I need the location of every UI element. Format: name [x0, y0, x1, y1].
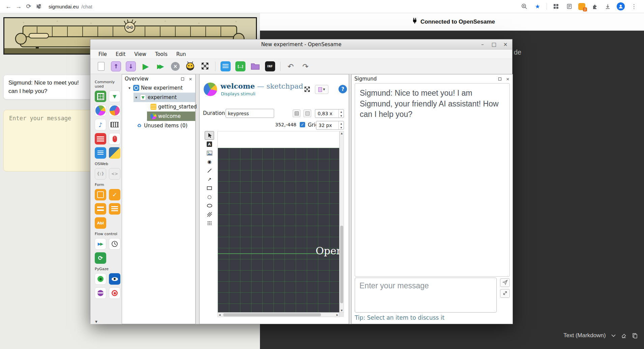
tree-item-new-experiment[interactable]: ▾ New experiment	[122, 83, 195, 93]
overview-close-button[interactable]: ×	[188, 76, 193, 82]
canvas-horizontal-scrollbar[interactable]: ◀ ▶	[217, 313, 340, 317]
view-script-button[interactable]: ▼	[315, 85, 328, 94]
noise-patch-tool[interactable]	[205, 219, 214, 227]
pygaze-record-item-icon[interactable]	[109, 287, 120, 299]
mouse-response-item-icon[interactable]	[109, 133, 120, 145]
panel-splitter[interactable]	[349, 74, 351, 324]
sigmund-button[interactable]	[184, 60, 196, 72]
form-multiple-choice-item-icon[interactable]	[95, 203, 106, 215]
repeat-cycle-item-icon[interactable]: ⟳	[95, 252, 106, 264]
variable-inspector-button[interactable]	[219, 60, 232, 72]
text-tool[interactable]: A	[205, 140, 214, 149]
zoom-fit-button[interactable]	[303, 109, 311, 117]
inf-button[interactable]: INF	[264, 60, 276, 72]
tree-item-experiment[interactable]: ▾ ▼ experiment	[122, 93, 195, 102]
bookmark-star-icon[interactable]: ★	[533, 2, 541, 10]
profile-avatar[interactable]	[617, 2, 625, 10]
back-button[interactable]: ←	[3, 1, 13, 11]
arrow-tool[interactable]: ↗	[205, 175, 214, 184]
chevron-down-icon[interactable]	[611, 334, 616, 337]
tree-item-unused[interactable]: ♻ Unused items (0)	[122, 121, 195, 130]
open-experiment-button[interactable]: ↑	[110, 60, 122, 72]
copy-icon[interactable]	[632, 333, 638, 339]
eraser-icon[interactable]	[621, 333, 627, 338]
panel-splitter[interactable]	[196, 74, 199, 324]
spin-down-icon[interactable]: ▼	[339, 114, 344, 118]
canvas-vertical-scrollbar[interactable]: ▲ ▼	[340, 131, 344, 313]
send-message-button[interactable]	[500, 278, 510, 287]
scroll-up-icon[interactable]: ▲	[340, 131, 344, 135]
sigmund-message-input[interactable]	[355, 278, 497, 313]
synth-item-icon[interactable]	[109, 119, 120, 130]
keyboard-response-item-icon[interactable]	[95, 133, 106, 145]
sampler-item-icon[interactable]: ♪	[95, 119, 106, 130]
expand-arrow-icon[interactable]: ▾	[134, 95, 138, 100]
coroutines-item-icon[interactable]: ▶▶	[95, 238, 106, 250]
form-base-item-icon[interactable]	[95, 189, 106, 200]
item-title[interactable]: welcome — sketchpad	[221, 82, 303, 90]
fixdot-tool[interactable]: ◉	[205, 157, 214, 166]
form-text-input-item-icon[interactable]: Abl	[95, 217, 106, 229]
forward-button[interactable]: →	[13, 1, 24, 11]
grid-size-spinbox[interactable]: 32 px ▲▼	[316, 121, 344, 130]
spin-down-icon[interactable]: ▼	[339, 125, 344, 129]
scroll-right-icon[interactable]: ▶	[335, 313, 339, 317]
extension-grid-icon[interactable]	[552, 2, 560, 10]
menu-file[interactable]: File	[97, 50, 108, 58]
reload-button[interactable]: ⟳	[24, 1, 34, 11]
select-tool[interactable]	[205, 131, 214, 140]
redo-button[interactable]: ↷	[299, 60, 312, 72]
spin-up-icon[interactable]: ▲	[339, 121, 344, 125]
feedback-item-icon[interactable]	[109, 105, 120, 116]
spin-up-icon[interactable]: ▲	[339, 109, 344, 114]
debug-window-button[interactable]: [..]	[234, 60, 246, 72]
pygaze-log-item-icon[interactable]	[95, 287, 106, 299]
sketchpad-canvas[interactable]: OpenS	[218, 148, 340, 313]
help-button[interactable]: ?	[339, 85, 347, 93]
gabor-hatch-tool[interactable]	[205, 210, 214, 219]
sketchpad-canvas-viewport[interactable]: OpenS	[217, 131, 340, 313]
sigmund-float-button[interactable]	[497, 76, 502, 82]
stop-button[interactable]: ×	[169, 60, 181, 72]
overview-float-button[interactable]	[180, 76, 185, 82]
new-experiment-button[interactable]	[95, 60, 107, 72]
line-tool[interactable]	[205, 166, 214, 175]
minimize-button[interactable]: –	[478, 41, 487, 48]
menu-view[interactable]: View	[133, 50, 148, 58]
rect-tool[interactable]	[205, 184, 214, 192]
sigmund-close-button[interactable]: ×	[505, 76, 510, 82]
logger-item-icon[interactable]	[95, 147, 106, 159]
ellipse-tool[interactable]	[205, 201, 214, 210]
inline-html-item-icon[interactable]: <>	[109, 168, 120, 180]
pygaze-init-item-icon[interactable]	[95, 273, 106, 285]
orange-extension-icon[interactable]: 2	[578, 3, 585, 10]
snap-grid-button[interactable]	[293, 109, 300, 117]
maximize-button[interactable]: □	[490, 41, 498, 48]
fullscreen-button[interactable]	[199, 60, 211, 72]
format-label[interactable]: Text (Markdown)	[563, 332, 606, 339]
extensions-puzzle-icon[interactable]	[590, 2, 598, 10]
maximize-editor-button[interactable]	[303, 85, 312, 94]
zoom-icon[interactable]	[520, 2, 528, 10]
form-consent-item-icon[interactable]: ✓	[109, 189, 120, 200]
url-bar[interactable]: sigmundai.eu/chat	[49, 4, 92, 9]
tree-item-getting-started[interactable]: getting_started	[122, 102, 195, 112]
form-text-display-item-icon[interactable]	[109, 203, 120, 215]
browser-menu-button[interactable]: ⋮	[630, 2, 638, 10]
run-full-button[interactable]: ▶	[140, 60, 152, 72]
save-experiment-button[interactable]: ↓	[125, 60, 137, 72]
circle-tool[interactable]: ○	[205, 192, 214, 201]
sequence-item-icon[interactable]: ▼	[109, 91, 120, 102]
reading-list-icon[interactable]	[565, 2, 573, 10]
menu-edit[interactable]: Edit	[114, 50, 127, 58]
menu-tools[interactable]: Tools	[154, 50, 169, 58]
tree-item-welcome[interactable]: welcome	[122, 112, 195, 121]
osweb-session-item-icon[interactable]: {:}	[95, 168, 106, 180]
undo-button[interactable]: ↶	[285, 60, 297, 72]
file-pool-button[interactable]	[249, 60, 261, 72]
scroll-down-icon[interactable]: ▼	[340, 309, 344, 312]
window-titlebar[interactable]: New experiment - OpenSesame – □ ×	[90, 39, 512, 50]
pygaze-drift-correct-item-icon[interactable]	[109, 273, 120, 285]
downloads-icon[interactable]	[604, 2, 612, 10]
close-button[interactable]: ×	[501, 41, 509, 48]
